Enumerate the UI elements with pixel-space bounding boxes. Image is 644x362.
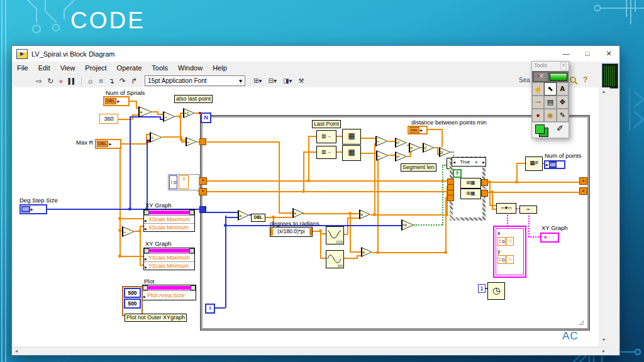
maximize-button[interactable]: □ <box>577 46 598 62</box>
scroll-tool-icon[interactable]: ✥ <box>557 96 569 109</box>
max-r-control[interactable]: DBL▶ <box>95 139 121 149</box>
block-diagram[interactable]: ◿ <box>13 87 599 346</box>
menu-window[interactable]: Window <box>173 63 208 73</box>
step-over-icon[interactable]: ↷ <box>119 75 126 87</box>
array-constant-zero[interactable]: ▲▼0 0 <box>168 174 199 190</box>
tools-palette[interactable]: Tools ✕ ⚒✕ ☝ ⬉ A ⊸ ▤ ✥ ● ◉ ✎ ✐ <box>531 61 569 138</box>
sqrt-node[interactable]: √ <box>423 143 435 153</box>
font-selector[interactable]: 15pt Application Font ▾ <box>145 75 245 86</box>
property-row[interactable]: ▶XScale.Maximum <box>144 216 194 223</box>
rotate-array-node[interactable]: ▥→ <box>316 146 336 159</box>
cluster-x-value[interactable]: ▲▼0 <box>497 237 506 246</box>
menu-edit[interactable]: Edit <box>33 63 55 73</box>
shortcut-menu-tool-icon[interactable]: ▤ <box>544 96 556 109</box>
divide-node[interactable]: ÷ <box>163 111 175 122</box>
deg-step-size-control[interactable]: I32▶ <box>19 204 47 214</box>
array-size-node[interactable]: ▦# <box>525 156 543 171</box>
horizontal-scrollbar[interactable]: ◂ ▸ <box>13 347 609 355</box>
vertical-scrollbar[interactable]: ▴ ▾ <box>599 87 610 346</box>
multiply-node[interactable]: × <box>292 208 304 218</box>
wait-ms-node[interactable]: ◷ <box>487 282 505 300</box>
num-of-spirals-control[interactable]: DBL▶ <box>103 96 130 106</box>
run-continuous-icon[interactable]: ↻ <box>47 75 53 87</box>
vi-icon-thumbnail[interactable] <box>602 63 618 89</box>
retain-wire-values-icon[interactable]: ⌗ <box>99 75 103 87</box>
index-array-node[interactable]: ▦ <box>342 145 361 161</box>
plot-size-cluster-constant[interactable]: 500 500 <box>122 286 143 316</box>
case-tunnel[interactable] <box>447 195 454 201</box>
cluster-y-value[interactable]: ▲▼0 <box>497 255 506 264</box>
menu-file[interactable]: File <box>12 63 33 73</box>
shift-register-right[interactable]: ▲ <box>579 177 587 185</box>
step-out-icon[interactable]: ↱ <box>131 75 137 87</box>
menu-tools[interactable]: Tools <box>147 63 173 73</box>
auto-tool-icon[interactable]: ⚒✕ <box>533 72 548 82</box>
xy-graph-y-property-node[interactable]: ▶YScale.Maximum ▶YScale.Minimum <box>143 248 195 270</box>
negate-node[interactable]: − <box>122 226 135 237</box>
shift-register-left[interactable]: ▼ <box>199 188 207 195</box>
plot-width-constant[interactable]: 500 <box>124 288 141 298</box>
resize-grip-icon[interactable]: ◿ <box>579 319 584 326</box>
case-condition-terminal[interactable]: ? <box>453 169 462 178</box>
menu-help[interactable]: Help <box>208 63 232 73</box>
case-tunnel[interactable] <box>481 190 488 197</box>
tools-palette-close-icon[interactable]: ✕ <box>560 62 567 70</box>
wait-ms-constant[interactable]: 1 <box>478 284 486 293</box>
shift-register-right[interactable]: ▲ <box>579 187 587 195</box>
bundle-node[interactable]: ▫•▫ <box>519 206 537 214</box>
title-bar[interactable]: ▶ LV_Spiral.vi Block Diagram — □ ✕ <box>12 46 619 62</box>
multiply-node[interactable]: × <box>238 210 249 221</box>
abort-icon[interactable]: ● <box>58 75 63 87</box>
square-node[interactable]: x² <box>395 138 407 148</box>
scroll-left-icon[interactable]: ◂ <box>15 349 18 354</box>
subtract-node[interactable]: − <box>375 136 388 146</box>
index-array-node[interactable]: ▦ <box>342 129 361 145</box>
divide-node[interactable]: ÷ <box>150 132 162 143</box>
edit-text-tool-icon[interactable]: A <box>557 82 569 96</box>
const-360[interactable]: 360 <box>99 114 118 124</box>
probe-tool-icon[interactable]: ◉ <box>544 109 556 122</box>
step-into-icon[interactable]: ↴ <box>108 75 114 87</box>
help-icon[interactable]: ? <box>583 75 587 84</box>
distribute-objects-dropdown[interactable]: ⊟▾ <box>269 77 277 84</box>
pause-icon[interactable]: ▌▌ <box>68 75 76 87</box>
search-icon[interactable] <box>569 76 578 85</box>
plot-property-node[interactable]: ▶Plot Area:Size <box>142 285 196 300</box>
property-row[interactable]: ▶XScale.Minimum <box>144 223 194 231</box>
operate-value-tool-icon[interactable]: ☝ <box>532 82 544 96</box>
num-of-points-indicator[interactable]: ▶I32 <box>544 160 565 169</box>
loop-count-terminal[interactable]: N <box>201 112 211 123</box>
property-row[interactable]: ▶YScale.Minimum <box>144 261 194 270</box>
multiply-node[interactable]: × <box>361 247 372 257</box>
divide-node[interactable]: ÷ <box>186 137 197 146</box>
property-row[interactable]: ▶Plot Area:Size <box>143 291 196 300</box>
loop-tunnel-int[interactable] <box>199 206 206 213</box>
increment-node[interactable]: +1 <box>183 108 195 118</box>
align-objects-dropdown[interactable]: ⊞▾ <box>253 77 262 84</box>
foreground-color-swatch[interactable] <box>535 124 545 134</box>
color-tool[interactable]: ✐ <box>532 122 569 138</box>
highlight-execution-icon[interactable]: ☼ <box>87 75 94 87</box>
rotate-array-node[interactable]: ▥→ <box>316 130 336 143</box>
menu-view[interactable]: View <box>55 63 80 73</box>
multiply-node[interactable]: × <box>359 209 370 219</box>
sine-node[interactable]: SIN <box>326 250 344 268</box>
resize-objects-dropdown[interactable]: ◨▾ <box>283 77 292 84</box>
run-button-icon[interactable]: ⇨ <box>36 75 42 87</box>
xy-graph-terminal[interactable]: ▶⋮⋮ <box>540 233 559 243</box>
distance-min-control[interactable]: DBL▶ <box>408 126 428 134</box>
to-double-node[interactable]: DBL <box>251 214 265 222</box>
cleanup-diagram-icon[interactable]: ⚒ <box>298 77 304 84</box>
xy-graph-x-property-node[interactable]: ▶XScale.Maximum ▶XScale.Minimum <box>143 209 195 232</box>
wire-tool-icon[interactable]: ⊸ <box>532 96 544 109</box>
scroll-up-icon[interactable]: ▴ <box>602 89 605 94</box>
square-node[interactable]: x² <box>395 151 407 162</box>
loop-tunnel[interactable] <box>199 138 206 145</box>
case-tunnel[interactable] <box>481 179 488 186</box>
multiply-node[interactable]: × <box>138 106 152 118</box>
menu-operate[interactable]: Operate <box>112 63 147 73</box>
scroll-right-icon[interactable]: ▸ <box>602 349 605 354</box>
color-copy-tool-icon[interactable]: ✎ <box>557 109 569 122</box>
cosine-node[interactable]: COS <box>326 226 344 244</box>
auto-tool-led[interactable] <box>550 73 567 81</box>
